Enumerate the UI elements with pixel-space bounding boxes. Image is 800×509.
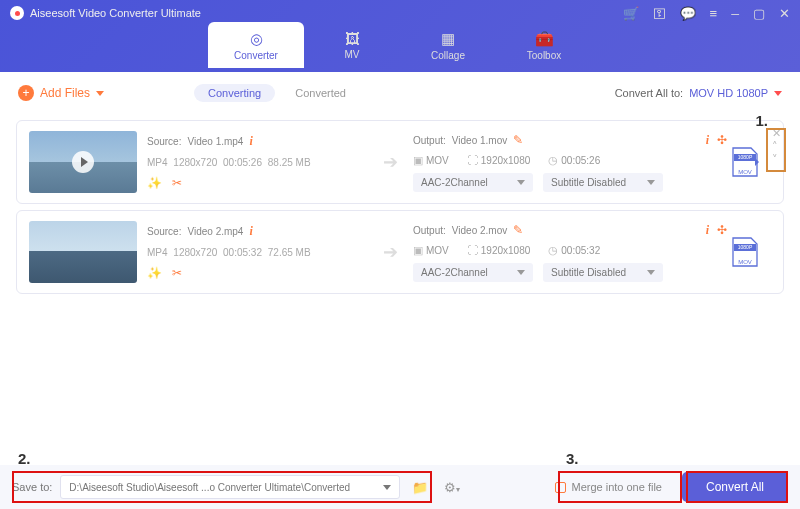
subtitle-select[interactable]: Subtitle Disabled — [543, 173, 663, 192]
info-icon[interactable]: i — [706, 133, 709, 148]
convert-all-to[interactable]: Convert All to: MOV HD 1080P — [615, 87, 782, 99]
arrow-right-icon: ➔ — [377, 151, 403, 173]
svg-text:1080P: 1080P — [738, 154, 753, 160]
tab-converter[interactable]: ◎ Converter — [208, 22, 304, 68]
film-icon: ▣ — [413, 244, 423, 256]
chevron-down-icon — [647, 180, 655, 185]
tab-toolbox[interactable]: 🧰 Toolbox — [496, 22, 592, 68]
out-duration: 00:05:32 — [561, 245, 600, 256]
tab-mv[interactable]: 🖼 MV — [304, 22, 400, 68]
arrow-right-icon: ➔ — [377, 241, 403, 263]
feedback-icon[interactable]: 💬 — [680, 6, 696, 21]
svg-text:MOV: MOV — [738, 259, 752, 265]
pencil-icon[interactable]: ✎ — [513, 223, 523, 237]
video-thumbnail[interactable] — [29, 131, 137, 193]
audio-select[interactable]: AAC-2Channel — [413, 263, 533, 282]
output-filename: Video 2.mov — [452, 225, 507, 236]
out-format: MOV — [426, 245, 449, 256]
subtab-converting[interactable]: Converting — [194, 84, 275, 102]
maximize-icon[interactable]: ▢ — [753, 6, 765, 21]
output-label: Output: — [413, 135, 446, 146]
tab-toolbox-label: Toolbox — [527, 50, 561, 61]
callout-1-label: 1. — [755, 112, 768, 129]
out-format: MOV — [426, 155, 449, 166]
cart-icon[interactable]: 🛒 — [623, 6, 639, 21]
title-bar: Aiseesoft Video Converter Ultimate 🛒 ⚿ 💬… — [0, 0, 800, 72]
settings-icon[interactable]: ⚙▾ — [440, 480, 464, 495]
pencil-icon[interactable]: ✎ — [513, 133, 523, 147]
edit-icon[interactable]: ✨ — [147, 176, 162, 190]
source-filename: Video 2.mp4 — [187, 226, 243, 237]
source-filename: Video 1.mp4 — [187, 136, 243, 147]
toolbox-icon: 🧰 — [535, 30, 554, 48]
checkbox-icon — [555, 482, 566, 493]
output-filename: Video 1.mov — [452, 135, 507, 146]
merge-label: Merge into one file — [571, 481, 662, 493]
chevron-down-icon — [517, 180, 525, 185]
output-label: Output: — [413, 225, 446, 236]
convert-all-button[interactable]: Convert All — [682, 472, 788, 502]
save-path-select[interactable]: D:\Aiseesoft Studio\Aiseesoft ...o Conve… — [60, 475, 400, 499]
source-label: Source: — [147, 226, 181, 237]
out-resolution: 1920x1080 — [481, 245, 531, 256]
sub-tabs: Converting Converted — [194, 84, 346, 102]
info-icon[interactable]: i — [249, 134, 252, 149]
source-meta: MP4 1280x720 00:05:26 88.25 MB — [147, 157, 367, 168]
toolbar: + Add Files Converting Converted Convert… — [0, 72, 800, 114]
film-icon: ▣ — [413, 154, 423, 166]
compress-icon[interactable]: ✣ — [717, 223, 727, 238]
open-folder-icon[interactable]: 📁 — [408, 480, 432, 495]
close-icon[interactable]: ✕ — [779, 6, 790, 21]
merge-checkbox[interactable]: Merge into one file — [549, 481, 668, 493]
tab-collage-label: Collage — [431, 50, 465, 61]
chevron-down-icon — [774, 91, 782, 96]
main-tabs: ◎ Converter 🖼 MV ▦ Collage 🧰 Toolbox — [0, 22, 800, 68]
svg-text:1080P: 1080P — [738, 244, 753, 250]
move-down-icon[interactable]: ˅ — [768, 153, 785, 166]
collage-icon: ▦ — [441, 30, 455, 48]
info-icon[interactable]: i — [706, 223, 709, 238]
key-icon[interactable]: ⚿ — [653, 6, 666, 21]
source-label: Source: — [147, 136, 181, 147]
play-icon — [72, 151, 94, 173]
menu-icon[interactable]: ≡ — [710, 6, 718, 21]
bottom-bar: Save to: D:\Aiseesoft Studio\Aiseesoft .… — [0, 465, 800, 509]
info-icon[interactable]: i — [249, 224, 252, 239]
chevron-down-icon — [96, 91, 104, 96]
source-meta: MP4 1280x720 00:05:32 72.65 MB — [147, 247, 367, 258]
file-card: Source: Video 1.mp4 i MP4 1280x720 00:05… — [16, 120, 784, 204]
save-path-text: D:\Aiseesoft Studio\Aiseesoft ...o Conve… — [69, 482, 350, 493]
minimize-icon[interactable]: — — [731, 6, 739, 21]
out-resolution: 1920x1080 — [481, 155, 531, 166]
resolution-icon: ⛶ — [467, 154, 478, 166]
move-up-icon[interactable]: ˄ — [768, 140, 785, 153]
output-format-badge[interactable]: 1080PMOV — [731, 146, 759, 178]
output-format-badge[interactable]: 1080PMOV — [731, 236, 759, 268]
app-logo-icon — [10, 6, 24, 20]
convert-all-to-value: MOV HD 1080P — [689, 87, 768, 99]
cut-icon[interactable]: ✂ — [172, 266, 182, 280]
chevron-down-icon — [517, 270, 525, 275]
app-title: Aiseesoft Video Converter Ultimate — [30, 7, 623, 19]
chevron-down-icon — [647, 270, 655, 275]
tab-converter-label: Converter — [234, 50, 278, 61]
clock-icon: ◷ — [548, 154, 558, 166]
cut-icon[interactable]: ✂ — [172, 176, 182, 190]
save-to-label: Save to: — [12, 481, 52, 493]
svg-text:MOV: MOV — [738, 169, 752, 175]
audio-select[interactable]: AAC-2Channel — [413, 173, 533, 192]
compress-icon[interactable]: ✣ — [717, 133, 727, 148]
add-files-label: Add Files — [40, 86, 90, 100]
edit-icon[interactable]: ✨ — [147, 266, 162, 280]
video-thumbnail[interactable] — [29, 221, 137, 283]
add-files-button[interactable]: + Add Files — [18, 85, 104, 101]
convert-all-to-label: Convert All to: — [615, 87, 683, 99]
clock-icon: ◷ — [548, 244, 558, 256]
tab-collage[interactable]: ▦ Collage — [400, 22, 496, 68]
chevron-down-icon — [383, 485, 391, 490]
plus-icon: + — [18, 85, 34, 101]
file-card: Source: Video 2.mp4 i MP4 1280x720 00:05… — [16, 210, 784, 294]
remove-file-icon[interactable]: ✕ — [768, 127, 785, 140]
subtab-converted[interactable]: Converted — [295, 84, 346, 102]
subtitle-select[interactable]: Subtitle Disabled — [543, 263, 663, 282]
